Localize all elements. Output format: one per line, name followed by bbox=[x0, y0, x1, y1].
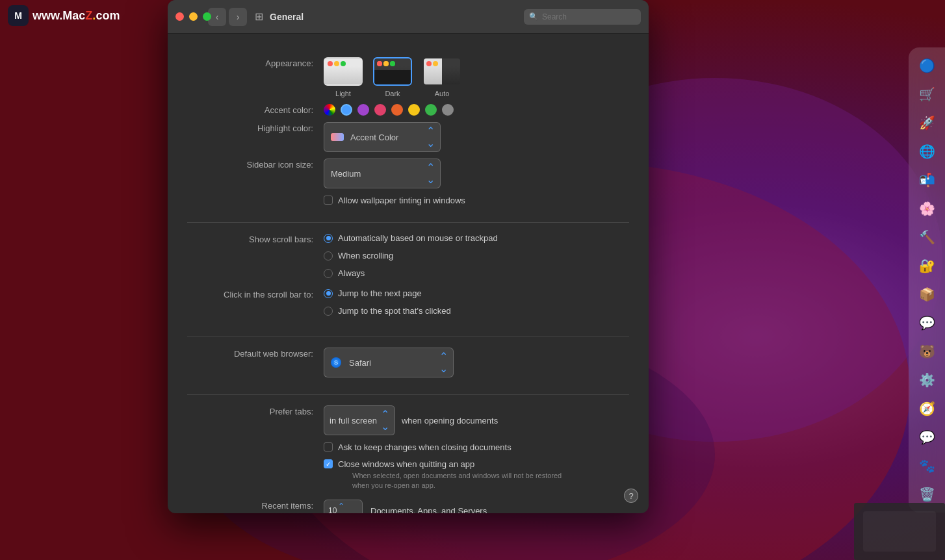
system-prefs-icon[interactable]: ⚙️ bbox=[914, 367, 940, 393]
grid-icon[interactable]: ⊞ bbox=[255, 10, 263, 23]
prefer-tabs-suffix: when opening documents bbox=[402, 416, 498, 426]
prefer-tabs-label: Prefer tabs: bbox=[187, 405, 324, 416]
wallpaper-tinting-label: Allow wallpaper tinting in windows bbox=[338, 195, 465, 207]
gray-accent[interactable] bbox=[442, 104, 454, 116]
onepassword-icon[interactable]: 🔐 bbox=[914, 253, 940, 279]
photos-icon[interactable]: 🌸 bbox=[914, 196, 940, 222]
scroll-scrolling-label: When scrolling bbox=[338, 251, 393, 261]
click-scroll-row: Click in the scroll bar to: Jump to the … bbox=[187, 288, 629, 320]
scroll-always-radio[interactable] bbox=[324, 269, 333, 278]
messages-icon[interactable]: 💬 bbox=[914, 424, 940, 450]
appearance-options: Light Dark bbox=[324, 57, 461, 97]
recent-items-row: Recent items: 10 ⌃⌄ Documents, Apps, and… bbox=[187, 500, 629, 513]
highlight-color-dropdown[interactable]: Accent Color ⌃⌄ bbox=[324, 122, 441, 152]
purple-accent[interactable] bbox=[357, 104, 369, 116]
accent-color-row: Accent color: bbox=[187, 104, 629, 116]
dark-thumbnail bbox=[373, 57, 412, 86]
minimize-button[interactable] bbox=[189, 12, 198, 21]
dock: 🔵 🛒 🚀 🌐 📬 🌸 🔨 🔐 📦 💬 🐻 ⚙️ 🧭 💬 🐾 🗑️ bbox=[909, 47, 945, 513]
ask-keep-label: Ask to keep changes when closing documen… bbox=[338, 442, 511, 453]
close-button[interactable] bbox=[175, 12, 184, 21]
tabs-dropdown-arrow: ⌃⌄ bbox=[381, 408, 389, 433]
prefs-window: ‹ › ⊞ General 🔍 Appearance: Lig bbox=[168, 0, 649, 513]
appearance-section: Appearance: Light bbox=[187, 47, 629, 222]
next-page-radio-row[interactable]: Jump to the next page bbox=[324, 288, 422, 298]
browser-row: Default web browser: S Safari ⌃⌄ bbox=[187, 348, 629, 377]
recent-items-control: 10 ⌃⌄ Documents, Apps, and Servers bbox=[324, 500, 629, 513]
scroll-auto-radio-row[interactable]: Automatically based on mouse or trackpad bbox=[324, 233, 498, 243]
next-page-radio[interactable] bbox=[324, 289, 333, 298]
recent-items-dropdown[interactable]: 10 ⌃⌄ bbox=[324, 500, 363, 513]
auto-thumbnail bbox=[422, 57, 461, 86]
scroll-bars-section: Show scroll bars: Automatically based on… bbox=[187, 222, 629, 337]
browser-dropdown-arrow: ⌃⌄ bbox=[439, 350, 448, 375]
scroll-auto-radio[interactable] bbox=[324, 234, 333, 243]
recent-items-value: 10 bbox=[328, 506, 337, 513]
sidebar-icon-value: Medium bbox=[331, 169, 422, 179]
scroll-always-radio-row[interactable]: Always bbox=[324, 268, 365, 278]
recent-items-arrow: ⌃⌄ bbox=[338, 502, 344, 513]
close-windows-checkbox[interactable] bbox=[324, 459, 333, 468]
close-windows-note: When selected, open documents and window… bbox=[352, 471, 562, 491]
jump-spot-radio[interactable] bbox=[324, 307, 333, 316]
scroll-scrolling-radio-row[interactable]: When scrolling bbox=[324, 251, 393, 261]
chrome-icon[interactable]: 🌐 bbox=[914, 138, 940, 164]
green-accent[interactable] bbox=[425, 104, 437, 116]
next-page-label: Jump to the next page bbox=[338, 288, 422, 298]
jump-spot-radio-row[interactable]: Jump to the spot that's clicked bbox=[324, 306, 451, 316]
scroll-bars-control: Automatically based on mouse or trackpad… bbox=[324, 233, 629, 282]
scroll-auto-label: Automatically based on mouse or trackpad bbox=[338, 233, 498, 243]
highlight-color-row: Highlight color: Accent Color ⌃⌄ bbox=[187, 122, 629, 152]
launchpad-icon[interactable]: 🚀 bbox=[914, 110, 940, 136]
accent-color-control bbox=[324, 104, 629, 116]
appearance-dark[interactable]: Dark bbox=[373, 57, 412, 97]
paw-icon[interactable]: 🐾 bbox=[914, 453, 940, 479]
accent-color-label: Accent color: bbox=[187, 104, 324, 115]
pink-accent[interactable] bbox=[374, 104, 386, 116]
mail-icon[interactable]: 📬 bbox=[914, 167, 940, 193]
wallpaper-tinting-row: Allow wallpaper tinting in windows bbox=[324, 195, 629, 207]
safari-icon[interactable]: 🧭 bbox=[914, 396, 940, 422]
help-button[interactable]: ? bbox=[624, 489, 638, 503]
search-bar[interactable]: 🔍 bbox=[524, 9, 641, 25]
scroll-scrolling-radio[interactable] bbox=[324, 251, 333, 261]
accent-colors bbox=[324, 104, 454, 116]
forward-button[interactable]: › bbox=[229, 8, 247, 26]
blue-accent[interactable] bbox=[341, 104, 352, 116]
finder-icon[interactable]: 🔵 bbox=[914, 53, 940, 79]
maximize-button[interactable] bbox=[203, 12, 211, 21]
highlight-color-label: Highlight color: bbox=[187, 122, 324, 133]
scroll-always-label: Always bbox=[338, 268, 365, 278]
browser-section: Default web browser: S Safari ⌃⌄ bbox=[187, 337, 629, 394]
browser-dropdown[interactable]: S Safari ⌃⌄ bbox=[324, 348, 454, 377]
appearance-light[interactable]: Light bbox=[324, 57, 363, 97]
appearance-auto[interactable]: Auto bbox=[422, 57, 461, 97]
wallpaper-tinting-checkbox[interactable] bbox=[324, 196, 333, 205]
orange-accent[interactable] bbox=[408, 104, 420, 116]
click-scroll-label: Click in the scroll bar to: bbox=[187, 288, 324, 299]
multicolor-accent[interactable] bbox=[324, 104, 335, 116]
light-label: Light bbox=[335, 90, 351, 97]
prefer-tabs-row: Prefer tabs: in full screen ⌃⌄ when open… bbox=[187, 405, 629, 435]
watermark: M www.MacZ.com bbox=[0, 0, 127, 31]
slack-icon[interactable]: 💬 bbox=[914, 310, 940, 336]
watermark-text: www.MacZ.com bbox=[32, 9, 120, 23]
appearance-label: Appearance: bbox=[187, 57, 324, 68]
xcode-icon[interactable]: 🔨 bbox=[914, 224, 940, 250]
sidebar-icon-dropdown[interactable]: Medium ⌃⌄ bbox=[324, 159, 441, 188]
jump-spot-label: Jump to the spot that's clicked bbox=[338, 306, 451, 316]
prefer-tabs-dropdown[interactable]: in full screen ⌃⌄ bbox=[324, 405, 395, 435]
sidebar-icon-control: Medium ⌃⌄ bbox=[324, 159, 629, 188]
search-input[interactable] bbox=[542, 12, 636, 21]
accent-preview bbox=[331, 133, 344, 141]
browser-control: S Safari ⌃⌄ bbox=[324, 348, 629, 377]
box3d-icon[interactable]: 📦 bbox=[914, 281, 940, 307]
appstore-icon[interactable]: 🛒 bbox=[914, 81, 940, 107]
red-accent[interactable] bbox=[391, 104, 403, 116]
bear-icon[interactable]: 🐻 bbox=[914, 338, 940, 364]
ask-keep-checkbox[interactable] bbox=[324, 442, 333, 452]
window-title: General bbox=[270, 12, 304, 22]
highlight-color-control: Accent Color ⌃⌄ bbox=[324, 122, 629, 152]
recent-items-suffix: Documents, Apps, and Servers bbox=[370, 506, 487, 513]
light-thumbnail bbox=[324, 57, 363, 86]
